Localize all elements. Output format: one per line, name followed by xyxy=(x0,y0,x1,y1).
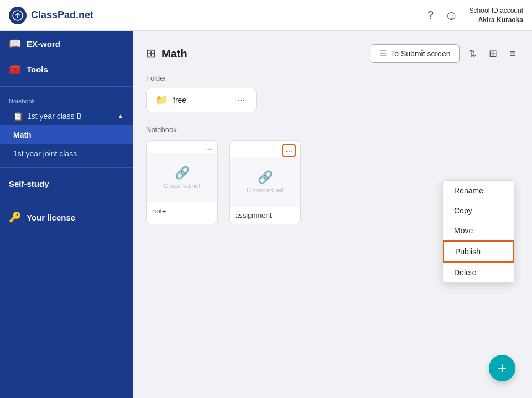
notebook-thumb-icon: 🔗 xyxy=(175,166,190,180)
notebook-more-button-note[interactable]: ··· xyxy=(204,144,213,153)
sidebar-item-joint-class[interactable]: 1st year joint class xyxy=(0,144,133,163)
notebook-section-label: Notebook xyxy=(146,125,519,134)
header-right: ? ☺ School ID account Akira Kuraoka xyxy=(427,6,523,25)
sidebar: 📖 EX-word 🧰 Tools Notebook 📋 1st year cl… xyxy=(0,31,133,398)
account-info: School ID account Akira Kuraoka xyxy=(470,6,523,25)
sidebar-divider xyxy=(0,86,133,87)
exword-icon: 📖 xyxy=(9,38,21,50)
notebook-footer-assignment: assignment xyxy=(230,207,300,224)
folder-section-label: Folder xyxy=(146,74,519,82)
tools-icon: 🧰 xyxy=(9,63,21,75)
folder-card[interactable]: 📁 free ··· xyxy=(146,88,257,112)
notebook-section-label: Notebook xyxy=(0,91,133,107)
header-actions: ☰ To Submit screen ⇅ ⊞ ≡ xyxy=(371,44,519,63)
notebook-card-header: ··· xyxy=(147,141,217,153)
main-layout: 📖 EX-word 🧰 Tools Notebook 📋 1st year cl… xyxy=(0,31,532,398)
page-header: ⊞ Math ☰ To Submit screen ⇅ ⊞ ≡ xyxy=(146,44,519,63)
sidebar-item-exword[interactable]: 📖 EX-word xyxy=(0,31,133,56)
context-menu-rename[interactable]: Rename xyxy=(443,181,514,201)
account-icon: ☺ xyxy=(445,8,458,23)
page-title: Math xyxy=(161,48,187,60)
page-title-icon: ⊞ xyxy=(146,46,156,61)
logo: ClassPad.net xyxy=(9,7,93,24)
page-title-row: ⊞ Math xyxy=(146,46,187,61)
class-icon: 📋 xyxy=(13,112,23,121)
notebook-thumb-text-2: ClassPad.net xyxy=(247,187,283,193)
sidebar-divider-3 xyxy=(0,200,133,200)
help-button[interactable]: ? xyxy=(427,9,434,22)
notebook-thumb-text: ClassPad.net xyxy=(164,182,200,189)
license-icon: 🔑 xyxy=(9,211,21,223)
sort-button[interactable]: ⇅ xyxy=(465,45,480,62)
app-header: ClassPad.net ? ☺ School ID account Akira… xyxy=(0,0,532,31)
notebook-footer-note: note xyxy=(147,202,217,219)
sidebar-item-license[interactable]: 🔑 Your license xyxy=(0,205,133,230)
list-view-button[interactable]: ≡ xyxy=(506,46,519,62)
context-menu-delete[interactable]: Delete xyxy=(443,263,514,282)
context-menu-move[interactable]: Move xyxy=(443,221,514,240)
chevron-up-icon: ▲ xyxy=(117,112,124,120)
folder-icon: 📁 xyxy=(155,94,168,106)
notebook-thumbnail-assignment: 🔗 ClassPad.net xyxy=(230,157,300,207)
sidebar-item-class[interactable]: 📋 1st year class B ▲ xyxy=(0,107,133,125)
folder-more-button[interactable]: ··· xyxy=(236,95,247,105)
sidebar-item-math[interactable]: Math xyxy=(0,125,133,144)
notebook-card-header-2: ··· xyxy=(230,141,300,157)
submit-screen-button[interactable]: ☰ To Submit screen xyxy=(371,44,460,63)
submit-icon: ☰ xyxy=(380,49,387,58)
main-content: ⊞ Math ☰ To Submit screen ⇅ ⊞ ≡ Folder 📁… xyxy=(133,31,532,398)
folder-name: free xyxy=(173,96,230,104)
notebook-thumbnail-note: 🔗 ClassPad.net xyxy=(147,153,217,202)
notebook-card-note[interactable]: ··· 🔗 ClassPad.net note xyxy=(146,140,218,224)
sidebar-divider-2 xyxy=(0,167,133,168)
notebook-thumb-icon-2: 🔗 xyxy=(258,170,273,185)
sidebar-item-self-study[interactable]: Self-study xyxy=(0,172,133,195)
context-menu-copy[interactable]: Copy xyxy=(443,201,514,221)
context-menu-publish[interactable]: Publish xyxy=(443,240,514,263)
grid-view-button[interactable]: ⊞ xyxy=(486,45,500,62)
notebook-card-assignment[interactable]: ··· 🔗 ClassPad.net assignment xyxy=(229,140,301,224)
add-fab-button[interactable]: + xyxy=(489,355,515,381)
logo-icon xyxy=(9,7,27,24)
context-menu: Rename Copy Move Publish Delete xyxy=(442,180,514,283)
sidebar-item-tools[interactable]: 🧰 Tools xyxy=(0,56,133,82)
notebook-more-button-assignment[interactable]: ··· xyxy=(282,144,296,157)
